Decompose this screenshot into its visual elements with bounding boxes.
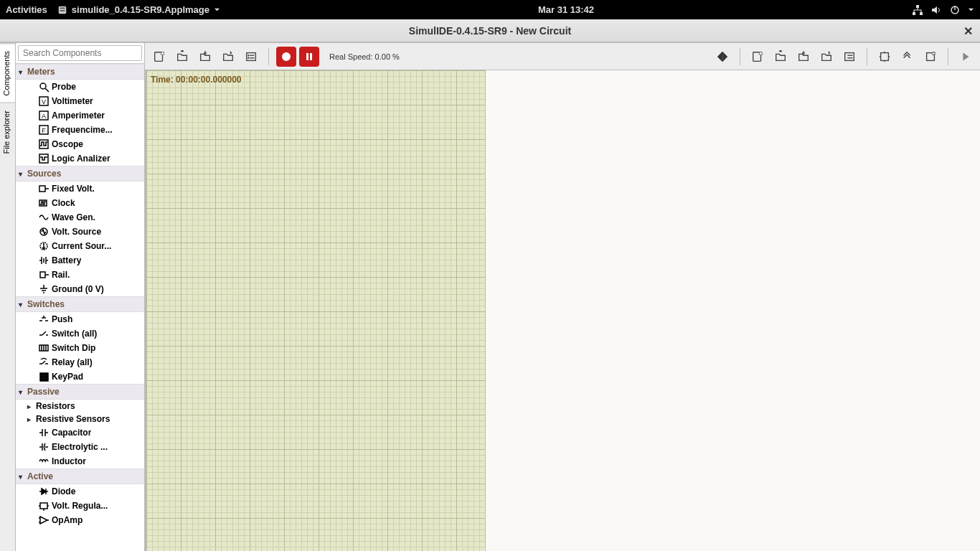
oscope-icon: [36, 138, 52, 150]
new-circuit-button[interactable]: [149, 47, 169, 67]
component-item[interactable]: Battery: [16, 253, 144, 268]
diode-icon: [36, 486, 52, 497]
svg-rect-88: [845, 52, 854, 60]
tab-components[interactable]: Components: [0, 43, 15, 103]
component-item[interactable]: Logic Analizer: [16, 151, 144, 166]
open-file-button[interactable]: [771, 47, 791, 67]
upload-button[interactable]: [897, 47, 918, 67]
subcategory-resistors[interactable]: ▸Resistors: [16, 400, 144, 413]
component-label: Probe: [52, 82, 76, 92]
subcategory-resistive-sensors[interactable]: ▸Resistive Sensors: [16, 413, 144, 425]
compile-button[interactable]: [875, 47, 895, 67]
component-label: Electrolytic ...: [52, 442, 108, 452]
category-label: Switches: [27, 299, 65, 309]
category-passive[interactable]: ▾Passive: [16, 384, 144, 400]
relay-icon: [36, 357, 52, 368]
app-icon: [57, 5, 67, 15]
component-item[interactable]: AAmperimeter: [16, 108, 144, 123]
component-item[interactable]: FFrequencime...: [16, 123, 144, 137]
component-item[interactable]: Switch (all): [16, 326, 144, 341]
dip-icon: [36, 342, 52, 354]
find-replace-button[interactable]: [839, 47, 859, 67]
component-label: Ground (0 V): [52, 284, 104, 294]
component-label: Volt. Regula...: [52, 501, 108, 511]
load-firmware-button[interactable]: [920, 47, 941, 67]
search-input[interactable]: [18, 45, 142, 61]
rail-icon: [36, 269, 52, 281]
keypad-icon: [36, 371, 52, 382]
component-item[interactable]: Wave Gen.: [16, 210, 144, 225]
component-label: Current Sour...: [52, 241, 111, 251]
svg-rect-17: [39, 154, 48, 163]
component-label: Switch Dip: [52, 343, 95, 353]
component-item[interactable]: Diode: [16, 484, 144, 499]
chevron-down-icon: ▾: [19, 473, 27, 481]
svg-rect-76: [247, 52, 256, 60]
component-item[interactable]: Capacitor: [16, 425, 144, 440]
category-meters[interactable]: ▾Meters: [16, 64, 144, 80]
component-item[interactable]: VVoltimeter: [16, 94, 144, 108]
category-active[interactable]: ▾Active: [16, 468, 144, 484]
component-item[interactable]: Clock: [16, 196, 144, 210]
save-file-button[interactable]: [793, 47, 814, 67]
component-item[interactable]: Rail.: [16, 268, 144, 282]
network-icon[interactable]: [912, 4, 923, 16]
code-editor[interactable]: [486, 70, 980, 551]
svg-rect-3: [916, 5, 919, 8]
battery-icon: [36, 255, 52, 266]
svg-rect-52: [43, 376, 45, 378]
export-bom-button[interactable]: [241, 47, 261, 67]
main-toolbar: Real Speed: 0.00 % i: [145, 43, 980, 70]
component-item[interactable]: Ground (0 V): [16, 282, 144, 296]
save-file-as-button[interactable]: [816, 47, 837, 67]
cap-icon: [36, 427, 52, 438]
subcategory-label: Resistors: [36, 401, 75, 411]
vreg-icon: [36, 500, 52, 512]
component-label: Capacitor: [52, 428, 91, 438]
svg-rect-67: [40, 503, 47, 509]
component-item[interactable]: OpAmp: [16, 513, 144, 527]
amperimeter-icon: A: [36, 110, 52, 121]
app-menu[interactable]: simulide_0.4.15-SR9.AppImage: [57, 4, 220, 15]
volume-icon[interactable]: [930, 4, 942, 16]
component-item[interactable]: KeyPad: [16, 369, 144, 384]
component-item[interactable]: Electrolytic ...: [16, 440, 144, 454]
tab-file-explorer[interactable]: File explorer: [0, 103, 15, 161]
component-item[interactable]: Fixed Volt.: [16, 182, 144, 196]
component-item[interactable]: Current Sour...: [16, 239, 144, 253]
new-file-button[interactable]: [748, 47, 768, 67]
component-label: Battery: [52, 255, 81, 265]
component-label: Rail.: [52, 270, 70, 280]
component-item[interactable]: Push: [16, 312, 144, 326]
chevron-down-icon: [968, 6, 974, 13]
save-circuit-button[interactable]: [195, 47, 215, 67]
open-circuit-button[interactable]: [172, 47, 192, 67]
switch-icon: [36, 328, 52, 339]
close-button[interactable]: ✕: [963, 24, 973, 38]
component-item[interactable]: Probe: [16, 80, 144, 94]
component-label: Logic Analizer: [52, 154, 110, 164]
component-item[interactable]: Switch Dip: [16, 341, 144, 355]
component-item[interactable]: Oscope: [16, 137, 144, 151]
component-item[interactable]: Volt. Source: [16, 225, 144, 239]
component-item[interactable]: Relay (all): [16, 355, 144, 369]
category-sources[interactable]: ▾Sources: [16, 166, 144, 182]
component-item[interactable]: Volt. Regula...: [16, 499, 144, 513]
activities-button[interactable]: Activities: [6, 4, 47, 15]
save-as-button[interactable]: [218, 47, 238, 67]
freq-icon: F: [36, 124, 52, 136]
power-icon[interactable]: [949, 4, 961, 16]
component-label: Fixed Volt.: [52, 184, 95, 194]
component-tree[interactable]: ▾MetersProbeVVoltimeterAAmperimeterFFreq…: [16, 64, 144, 551]
category-switches[interactable]: ▾Switches: [16, 296, 144, 312]
component-label: Clock: [52, 198, 75, 208]
push-icon: [36, 314, 52, 325]
component-item[interactable]: Inductor: [16, 454, 144, 468]
category-label: Passive: [27, 387, 60, 397]
info-button[interactable]: i: [712, 47, 732, 67]
debug-button[interactable]: [956, 47, 976, 67]
power-off-button[interactable]: [276, 47, 296, 67]
pause-sim-button[interactable]: [299, 47, 319, 67]
circuit-canvas[interactable]: Time: 00:00:00.000000: [145, 70, 486, 551]
clock[interactable]: Mar 31 13:42: [220, 4, 912, 15]
